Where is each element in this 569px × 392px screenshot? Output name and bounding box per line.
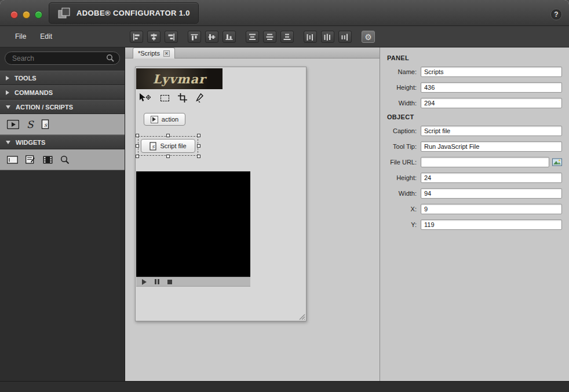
align-top-icon: [191, 34, 198, 41]
pause-icon[interactable]: [155, 279, 159, 284]
distribute-right-button[interactable]: [338, 31, 352, 43]
object-width-row: Width:: [387, 188, 562, 199]
object-y-row: Y:: [387, 219, 562, 230]
panel-name-label: Name:: [387, 68, 421, 75]
video-palette-item[interactable]: [43, 156, 53, 164]
app-title-plate: ADOBE® CONFIGURATOR 1.0: [49, 2, 199, 24]
object-width-input[interactable]: [421, 188, 562, 199]
object-y-input[interactable]: [421, 219, 562, 230]
object-fileurl-label: File URL:: [387, 159, 421, 166]
selection-handle[interactable]: [136, 155, 139, 158]
move-tool-icon: [139, 93, 152, 102]
distribute-bottom-icon: [283, 34, 291, 41]
script-file-button-widget[interactable]: s Script file: [141, 139, 195, 153]
align-bottom-icon: [225, 34, 233, 41]
play-icon[interactable]: [142, 279, 147, 285]
text-field-palette-item[interactable]: [7, 156, 18, 164]
chevron-down-icon: [6, 141, 10, 144]
script-file-palette-item[interactable]: s: [41, 119, 50, 129]
tab-scripts-label: *Scripts: [138, 50, 160, 57]
distribute-left-button[interactable]: [304, 31, 317, 43]
window-controls: [10, 11, 42, 19]
script-file-icon: s: [149, 142, 156, 151]
widgets-palette: [0, 149, 125, 170]
object-height-row: Height:: [387, 173, 562, 183]
banner-image[interactable]: Lyvmar: [136, 68, 223, 89]
sidebar-section-actions-scripts[interactable]: ACTION / SCRIPTS: [0, 100, 125, 114]
action-play-palette-item[interactable]: [7, 120, 19, 129]
panel-name-input[interactable]: [421, 67, 562, 77]
search-input[interactable]: [5, 52, 120, 65]
script-icon: S: [27, 119, 34, 130]
align-top-button[interactable]: [188, 31, 201, 43]
action-play-icon: [7, 120, 19, 129]
selection-handle[interactable]: [197, 155, 200, 158]
distribute-right-icon: [341, 34, 349, 41]
video-widget[interactable]: [136, 171, 250, 277]
configurator-logo-icon: [57, 7, 71, 20]
menu-file[interactable]: File: [15, 32, 26, 41]
script-palette-item[interactable]: S: [27, 119, 34, 130]
zoom-window-button[interactable]: [35, 11, 42, 19]
sidebar-section-tools[interactable]: TOOLS: [0, 71, 125, 85]
distribute-left-icon: [307, 34, 314, 41]
align-right-button[interactable]: [165, 31, 178, 43]
selection-handle[interactable]: [136, 144, 139, 148]
selected-widget[interactable]: s Script file: [141, 139, 195, 153]
sidebar-section-commands[interactable]: COMMANDS: [0, 85, 125, 100]
selection-handle[interactable]: [166, 134, 170, 137]
tool-icons-graphic[interactable]: [139, 93, 203, 103]
object-tooltip-row: Tool Tip:: [387, 141, 562, 152]
sidebar-section-widgets[interactable]: WIDGETS: [0, 135, 125, 149]
align-horizontal-center-button[interactable]: [147, 31, 161, 43]
align-left-button[interactable]: [130, 31, 143, 43]
distribute-vertical-center-button[interactable]: [263, 31, 276, 43]
help-button[interactable]: ?: [550, 9, 562, 20]
actions-scripts-palette: S s: [0, 114, 125, 135]
design-canvas[interactable]: Lyvmar a: [125, 58, 380, 381]
panel-width-label: Width:: [387, 100, 421, 107]
object-fileurl-row: File URL:: [387, 157, 562, 167]
panel-design-surface[interactable]: Lyvmar a: [135, 67, 307, 321]
video-icon: [43, 156, 53, 164]
document-tab-bar: *Scripts ✕: [125, 47, 380, 58]
align-vertical-center-button[interactable]: [205, 31, 218, 43]
action-button-widget[interactable]: action: [144, 113, 185, 126]
align-bottom-button[interactable]: [223, 31, 236, 43]
selection-handle[interactable]: [136, 134, 139, 137]
selection-handle[interactable]: [197, 144, 200, 148]
close-window-button[interactable]: [10, 11, 18, 19]
tab-scripts[interactable]: *Scripts ✕: [133, 47, 175, 58]
object-fileurl-input[interactable]: [421, 157, 549, 167]
sidebar-section-widgets-label: WIDGETS: [16, 139, 45, 146]
stop-icon[interactable]: [167, 280, 172, 284]
selection-handle[interactable]: [166, 155, 170, 158]
play-icon: [151, 116, 158, 123]
object-tooltip-input[interactable]: [421, 141, 562, 152]
panel-width-row: Width:: [387, 98, 562, 108]
tab-close-icon[interactable]: ✕: [163, 50, 170, 57]
panel-height-input[interactable]: [421, 82, 562, 93]
text-area-palette-item[interactable]: [25, 155, 35, 164]
object-height-input[interactable]: [421, 173, 562, 183]
snap-settings-button[interactable]: ⚙: [362, 31, 375, 43]
resize-grip[interactable]: [299, 314, 305, 320]
zoom-palette-item[interactable]: [60, 155, 70, 164]
app-title: ADOBE® CONFIGURATOR 1.0: [76, 9, 190, 17]
object-caption-input[interactable]: [421, 126, 562, 136]
browse-file-icon: [552, 158, 562, 166]
distribute-horizontal-center-button[interactable]: [321, 31, 334, 43]
script-file-icon: s: [41, 119, 50, 129]
object-y-label: Y:: [387, 221, 421, 228]
object-x-input[interactable]: [421, 204, 562, 214]
selection-handle[interactable]: [197, 134, 200, 137]
menu-edit[interactable]: Edit: [40, 32, 52, 41]
distribute-bottom-button[interactable]: [280, 31, 294, 43]
distribute-top-button[interactable]: [246, 31, 259, 43]
panel-width-input[interactable]: [421, 98, 562, 108]
browse-file-button[interactable]: [552, 158, 562, 166]
video-controls-bar: [136, 277, 250, 287]
minimize-window-button[interactable]: [23, 11, 30, 19]
sidebar-section-tools-label: TOOLS: [14, 75, 37, 82]
object-caption-row: Caption:: [387, 126, 562, 136]
